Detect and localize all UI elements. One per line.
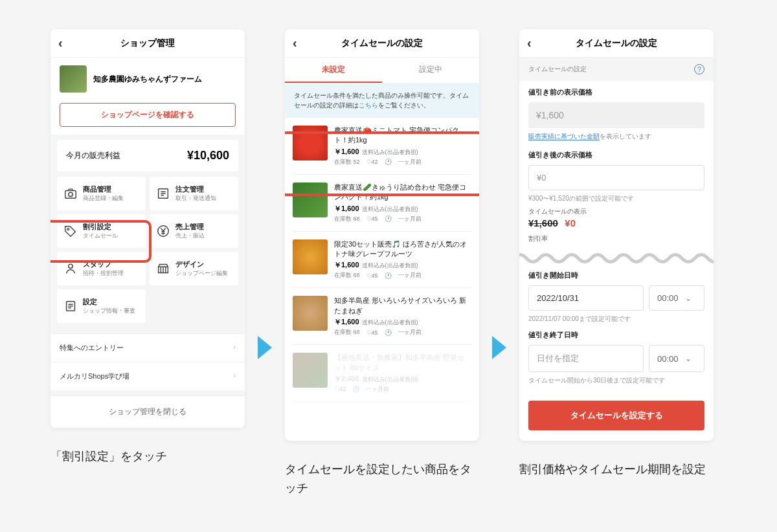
tab-unset[interactable]: 未設定 [285, 58, 382, 83]
phone-timesale-list: ‹ タイムセールの設定 未設定 設定中 タイムセール条件を満たした商品のみ操作可… [285, 29, 479, 441]
back-icon[interactable]: ‹ [527, 36, 532, 50]
header: ‹ タイムセールの設定 [519, 29, 714, 58]
svg-point-1 [69, 192, 73, 196]
caption-1: 「割引設定」をタッチ [51, 447, 245, 466]
card-staff[interactable]: スタッフ招待・役割管理 [57, 252, 146, 285]
card-discount-settings[interactable]: 割引設定タイムセール [57, 214, 146, 248]
product-image [293, 126, 328, 161]
header: ‹ タイムセールの設定 [285, 29, 479, 58]
link-learning[interactable]: メルカリShops学び場› [51, 362, 245, 390]
info-notice: タイムセール条件を満たした商品のみ操作可能です。タイムセールの設定の詳細はこちら… [285, 83, 479, 118]
confirm-shop-page-button[interactable]: ショップページを確認する [60, 103, 236, 127]
header-title: タイムセールの設定 [576, 38, 657, 49]
caption-2: タイムセールを設定したい商品をタッチ [285, 460, 479, 498]
after-price-label: 値引き後の表示価格 [528, 150, 704, 160]
start-label: 値引き開始日時 [528, 271, 704, 280]
header-title: タイムセールの設定 [341, 38, 423, 49]
svg-point-3 [67, 228, 69, 230]
submit-timesale-button[interactable]: タイムセールを設定する [528, 401, 704, 430]
dashboard-area: 今月の販売利益 ¥10,600 商品管理商品登録・編集 注文管理取引・発送通知 … [51, 135, 245, 328]
card-design[interactable]: デザインショップページ編集 [150, 252, 238, 285]
caption-3: 割引価格やタイムセール期間を設定 [519, 460, 714, 479]
tabs: 未設定 設定中 [285, 58, 479, 83]
arrow-right-icon [492, 336, 506, 359]
product-image [293, 239, 328, 274]
product-image [293, 183, 328, 217]
tag-icon [63, 224, 78, 238]
card-order-management[interactable]: 注文管理取引・発送通知 [150, 177, 238, 210]
person-icon [63, 261, 78, 276]
doc-icon [63, 299, 78, 313]
svg-rect-0 [65, 190, 76, 198]
phone-timesale-form: ‹ タイムセールの設定 タイムセールの設定 ? 値引き前の表示価格 ¥1,600… [519, 29, 714, 441]
display-label: タイムセールの表示 [528, 207, 704, 216]
section-header: タイムセールの設定 ? [519, 58, 714, 81]
phone-shop-management: ‹ ショップ管理 知多農園ゆみちゃんずファーム ショップページを確認する 今月の… [51, 29, 245, 428]
end-date-input[interactable]: 日付を指定 [528, 345, 644, 372]
chevron-right-icon: › [233, 343, 236, 353]
storefront-icon [156, 261, 170, 276]
back-icon[interactable]: ‹ [293, 36, 297, 50]
before-price-display: ¥1,600 [528, 102, 704, 128]
product-image [293, 353, 328, 388]
end-label: 値引き終了日時 [528, 330, 704, 340]
arrow-right-icon [258, 336, 272, 359]
svg-point-5 [69, 264, 73, 268]
chevron-right-icon: › [233, 371, 236, 381]
card-product-management[interactable]: 商品管理商品登録・編集 [57, 177, 146, 210]
camera-icon [63, 186, 78, 201]
notice-link[interactable]: こちら [359, 102, 378, 109]
shop-name: 知多農園ゆみちゃんずファーム [93, 74, 202, 85]
shop-avatar [60, 65, 87, 93]
chevron-down-icon: ⌄ [685, 354, 692, 363]
sale-price: ¥0 [565, 217, 576, 228]
before-price-label: 値引き前の表示価格 [528, 87, 704, 97]
help-icon[interactable]: ? [694, 64, 704, 74]
back-icon[interactable]: ‹ [58, 36, 63, 50]
start-date-input[interactable]: 2022/10/31 [528, 285, 644, 311]
profit-amount: ¥10,600 [187, 149, 229, 162]
profit-label: 今月の販売利益 [66, 150, 120, 161]
link-featured-entry[interactable]: 特集へのエントリー› [51, 333, 245, 362]
end-hint: タイムセール開始から30日後まで設定可能です [528, 376, 704, 385]
card-settings[interactable]: 設定ショップ情報・審査 [57, 289, 146, 323]
header: ‹ ショップ管理 [51, 29, 245, 58]
based-on-link[interactable]: 販売実績に基づいた金額 [528, 133, 600, 140]
product-row[interactable]: 知多半島産 形いろいろサイズいろいろ 新たまねぎ ￥1,600送料込み(出品者負… [293, 288, 471, 345]
list-icon [156, 186, 170, 201]
tear-divider [519, 251, 714, 265]
end-time-select[interactable]: 00:00 ⌄ [649, 345, 704, 372]
rate-label: 割引率 [528, 234, 704, 243]
header-title: ショップ管理 [120, 38, 175, 49]
product-row[interactable]: 限定30セット販売🎵 ほろ苦さが人気のオトナ味グレープフルーツ ￥1,600送料… [293, 232, 471, 289]
start-time-select[interactable]: 00:00 ⌄ [649, 285, 704, 311]
strike-price: ¥1,600 [528, 217, 558, 228]
start-hint: 2022/11/07 00:00まで設定可能です [528, 315, 704, 324]
close-shop-management-button[interactable]: ショップ管理を閉じる [51, 395, 245, 428]
product-row-disabled: 【産地直送・無農薬】知多半島産 野菜セット 80サイズ ￥2,400送料込み(出… [293, 345, 471, 402]
product-row[interactable]: 農家直送🥒きゅうり詰め合わせ 宅急便コンパクト！約1kg ￥1,600送料込み(… [293, 175, 471, 232]
after-price-input[interactable]: ¥0 [528, 165, 704, 190]
tab-setting[interactable]: 設定中 [382, 58, 479, 83]
product-image [293, 296, 328, 331]
range-hint: ¥300〜¥1,520の範囲で設定可能です [528, 194, 704, 203]
shop-info: 知多農園ゆみちゃんずファーム [51, 58, 245, 100]
card-sales-management[interactable]: 売上管理売上・振込 [150, 214, 238, 248]
profit-card[interactable]: 今月の販売利益 ¥10,600 [57, 140, 238, 172]
chevron-down-icon: ⌄ [685, 294, 692, 303]
product-row[interactable]: 農家直送🍅ミニトマト 宅急便コンパクト！約1kg ￥1,600送料込み(出品者負… [293, 118, 471, 175]
yen-icon [156, 224, 170, 238]
